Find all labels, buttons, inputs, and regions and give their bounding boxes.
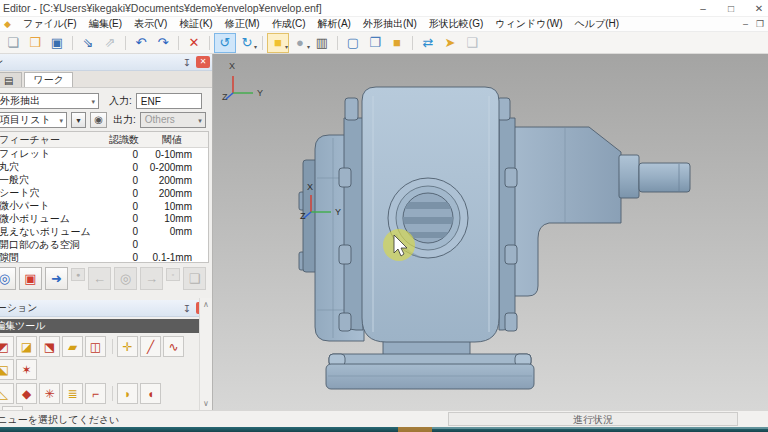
refresh-items-button[interactable]: ◉: [90, 112, 107, 128]
menu-item[interactable]: ヘルプ(H): [569, 17, 626, 31]
item-list-select[interactable]: 項目リスト: [0, 112, 67, 128]
input-format-field[interactable]: ENF: [136, 93, 202, 109]
pin-icon[interactable]: ↧: [181, 303, 193, 314]
shaded-display-button[interactable]: ■: [267, 33, 289, 53]
navigation-panel-header[interactable]: ナビゲーション ↧ ✕: [0, 300, 213, 317]
face-tool-icon[interactable]: ◪: [16, 336, 37, 357]
compare-view-button[interactable]: ❐: [364, 33, 386, 53]
menu-item[interactable]: 検証(K): [173, 17, 218, 31]
measure-button[interactable]: ▥: [311, 33, 333, 53]
table-row[interactable]: 開口部のある空洞 0: [0, 238, 208, 251]
minimize-button[interactable]: –: [696, 0, 710, 17]
edit-tools-header[interactable]: 編集ツール: [0, 319, 213, 333]
menu-item[interactable]: 解析(A): [312, 17, 357, 31]
item-list-dropdown-button[interactable]: ▼: [71, 112, 86, 128]
feature-threshold: 10mm: [144, 201, 200, 212]
offset-tool-icon[interactable]: ⌐: [85, 383, 106, 404]
auto-rotate-button[interactable]: ↺: [214, 33, 236, 53]
fan-tool-icon[interactable]: ◖: [140, 383, 161, 404]
tool-icon: ◖: [147, 387, 154, 401]
menu-item[interactable]: 形状比較(G): [423, 17, 489, 31]
tool-icon: ▰: [68, 340, 77, 354]
table-row[interactable]: 一般穴 0 200mm: [0, 174, 208, 187]
panel-scrollbar[interactable]: ∧ ∨: [199, 298, 212, 410]
hidden-line-display-button[interactable]: ●: [289, 33, 311, 53]
taskbar-edge[interactable]: [0, 427, 768, 432]
dot-button[interactable]: ●: [71, 268, 85, 281]
zoom-to-item-button[interactable]: ◎: [0, 267, 16, 290]
panel-close-icon[interactable]: ✕: [196, 56, 210, 68]
table-row[interactable]: フィレット 0 0-10mm: [0, 148, 208, 161]
isolate-button[interactable]: ❑: [183, 267, 206, 290]
table-row[interactable]: 見えないボリューム 0 0mm: [0, 225, 208, 238]
pin-icon[interactable]: ↧: [181, 57, 193, 68]
patch-tool-icon[interactable]: ◆: [16, 383, 37, 404]
operation-panel-header[interactable]: オペレーション ↧ ✕: [0, 54, 213, 71]
bend-tool-icon[interactable]: ◗: [117, 383, 138, 404]
save-button[interactable]: ▣: [46, 33, 68, 53]
merge-tool-icon[interactable]: ✳: [39, 383, 60, 404]
menu-item[interactable]: 作成(C): [266, 17, 312, 31]
line-tool-icon[interactable]: ╱: [140, 336, 161, 357]
3d-viewport[interactable]: X Y Z: [213, 54, 768, 410]
import-button[interactable]: ⇘: [77, 33, 99, 53]
rotate-view-button[interactable]: ↻: [236, 33, 258, 53]
apply-item-button[interactable]: ➜: [45, 267, 68, 290]
operation-select[interactable]: 外形抽出: [0, 93, 99, 109]
point-tool-icon[interactable]: ✛: [117, 336, 138, 357]
undo-button[interactable]: ↶: [130, 33, 152, 53]
new-file-button[interactable]: ❏: [2, 33, 24, 53]
feature-count: 0: [104, 226, 144, 237]
plane-tool-icon[interactable]: ⬕: [0, 359, 14, 380]
mdi-system-icon[interactable]: ◆: [4, 19, 11, 29]
redo-button[interactable]: ↷: [152, 33, 174, 53]
table-row[interactable]: 微小パート 0 10mm: [0, 200, 208, 213]
previous-item-button[interactable]: ←: [88, 267, 111, 290]
table-row[interactable]: 隙間 0 0.1-1mm: [0, 251, 208, 264]
next-item-button[interactable]: →: [140, 267, 163, 290]
sync-views-button[interactable]: ⇄: [417, 33, 439, 53]
menu-item[interactable]: ファイル(F): [17, 17, 83, 31]
scroll-up-icon[interactable]: ∧: [203, 300, 209, 309]
wireframe-cube-button[interactable]: ▢: [342, 33, 364, 53]
close-button[interactable]: ✕: [752, 0, 766, 17]
menu-item[interactable]: 外形抽出(N): [357, 17, 423, 31]
menu-item[interactable]: 表示(V): [128, 17, 173, 31]
menu-item[interactable]: 編集(E): [83, 17, 128, 31]
mdi-restore-button[interactable]: ❐: [756, 17, 764, 32]
table-row[interactable]: 微小ボリューム 0 10mm: [0, 212, 208, 225]
layer-tool-icon[interactable]: ≣: [62, 383, 83, 404]
tab-model[interactable]: ▤: [0, 72, 22, 87]
zoom-item-button[interactable]: ◎: [114, 267, 137, 290]
trim-tool-icon[interactable]: ⬔: [39, 336, 60, 357]
output-format-select[interactable]: Others: [140, 112, 206, 128]
toolbar-icon: ▢: [347, 35, 359, 50]
highlight-item-button[interactable]: ▣: [19, 267, 42, 290]
flag-button[interactable]: ▫: [166, 268, 180, 281]
mdi-minimize-button[interactable]: –: [743, 17, 748, 32]
solid-view-button[interactable]: ■: [386, 33, 408, 53]
sheet-tool-icon[interactable]: ▰: [62, 336, 83, 357]
table-row[interactable]: 丸穴 0 0-200mm: [0, 161, 208, 174]
extra-tool-button[interactable]: ❑: [461, 33, 483, 53]
output-label: 出力:: [113, 113, 136, 127]
open-button[interactable]: ❒: [24, 33, 46, 53]
curve-tool-icon[interactable]: ∿: [163, 336, 184, 357]
viewport-container: X Y Z: [213, 54, 768, 410]
surface-tool-icon[interactable]: ◩: [0, 336, 14, 357]
table-row[interactable]: シート穴 0 200mm: [0, 187, 208, 200]
tab-work[interactable]: ワーク: [24, 72, 72, 87]
axis-tool-icon[interactable]: ✶: [16, 359, 37, 380]
toolbar-icon: ▥: [316, 35, 328, 50]
pick-tool-button[interactable]: ➤: [439, 33, 461, 53]
menu-item[interactable]: ウィンドウ(W): [489, 17, 568, 31]
mdi-window-controls: – ❐: [743, 17, 764, 32]
menu-item[interactable]: 修正(M): [219, 17, 266, 31]
stitch-tool-icon[interactable]: ◫: [85, 336, 106, 357]
maximize-button[interactable]: □: [724, 0, 738, 17]
export-button[interactable]: ⇗: [99, 33, 121, 53]
scroll-down-icon[interactable]: ∨: [203, 399, 209, 408]
delete-button[interactable]: ✕: [183, 33, 205, 53]
title-bar[interactable]: Editor - [C:¥Users¥ikegaki¥Documents¥dem…: [0, 0, 768, 17]
triangle-tool-icon[interactable]: ◺: [0, 383, 14, 404]
